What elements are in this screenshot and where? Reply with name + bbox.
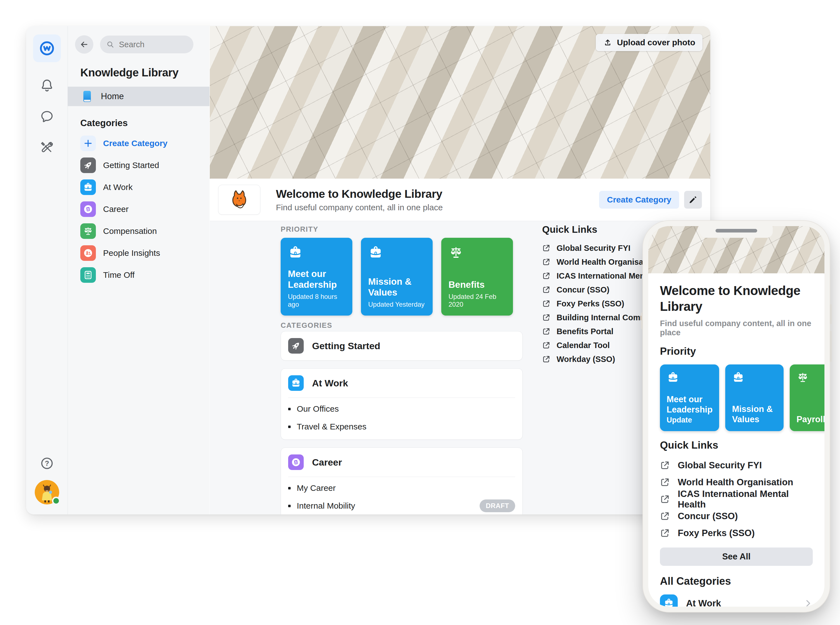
status-badge: DRAFT (480, 499, 515, 512)
phone-card-payroll[interactable]: Payroll (790, 364, 824, 431)
quick-link-label: Global Security FYI (557, 244, 630, 253)
help-icon[interactable] (40, 456, 54, 471)
sidebar-item-career[interactable]: Career (68, 198, 210, 220)
quick-link[interactable]: ICAS International Mental Health (660, 491, 813, 507)
scales-icon (796, 371, 809, 384)
sidebar-item-getting-started[interactable]: Getting Started (68, 154, 210, 176)
phone-card-mission-values[interactable]: Mission & Values (725, 364, 784, 431)
external-link-icon (660, 477, 670, 487)
library-thumbnail (218, 185, 260, 215)
briefcase-icon (288, 245, 303, 260)
external-link-icon (542, 272, 551, 280)
back-button[interactable] (75, 35, 93, 54)
quick-link-label: Calendar Tool (557, 341, 610, 350)
create-category-label: Create Category (103, 138, 168, 148)
main-content: Upload cover photo Welcome to Knowledge … (210, 26, 710, 515)
external-link-icon (542, 299, 551, 308)
card-title: Mission & Values (368, 277, 425, 298)
card-title: Meet our Leadership (288, 269, 345, 290)
online-status-badge (52, 497, 60, 505)
sidebar-item-people-insights[interactable]: People Insights (68, 242, 210, 264)
create-category-button[interactable]: Create Category (68, 132, 210, 154)
priority-section-label: PRIORITY (281, 225, 319, 233)
phone-priority-cards: Meet our Leadership Update Mission & Val… (660, 364, 824, 431)
category-card-header[interactable]: Getting Started (281, 331, 523, 360)
sidebar-item-time-off[interactable]: Time Off (68, 264, 210, 286)
priority-card-benefits[interactable]: Benefits Updated 24 Feb 2020 (441, 238, 513, 316)
phone-body: Welcome to Knowledge Library Find useful… (648, 273, 824, 607)
card-title: Payroll (796, 414, 824, 424)
category-list: Create Category Getting Started At Work … (68, 132, 210, 286)
page-title: Welcome to Knowledge Library (276, 188, 443, 201)
quick-link[interactable]: World Health Organisation (660, 474, 813, 491)
book-icon (80, 90, 93, 103)
item-label: Internal Mobility (297, 501, 355, 511)
external-link-icon (660, 460, 670, 470)
category-card-title: Getting Started (312, 340, 380, 351)
upload-cover-photo-label: Upload cover photo (617, 38, 695, 47)
quick-link-label: Workday (SSO) (557, 355, 615, 364)
avatar[interactable] (35, 480, 59, 504)
left-nav-rail (26, 26, 68, 515)
career-badge-icon (80, 201, 96, 217)
bullet (288, 408, 291, 410)
category-card-items: Our Offices Travel & Expenses (288, 398, 515, 440)
desktop-app-window: Knowledge Library Home Categories Create… (26, 26, 710, 515)
phone-all-categories-label: All Categories (660, 575, 813, 587)
priority-card-mission-values[interactable]: Mission & Values Updated Yesterday (361, 238, 432, 316)
phone-card-meet-our-leadership[interactable]: Meet our Leadership Update (660, 364, 719, 431)
list-item[interactable]: My Career (288, 479, 515, 497)
panel-title: Knowledge Library (80, 66, 210, 79)
card-title: Mission & Values (732, 404, 777, 424)
admin-tools-icon[interactable] (40, 141, 54, 155)
quick-link[interactable]: Concur (SSO) (660, 507, 813, 524)
external-link-icon (542, 313, 551, 322)
phone-page-subtitle: Find useful company content, all in one … (660, 319, 813, 337)
briefcase-icon (80, 179, 96, 195)
quick-link[interactable]: Foxy Perks (SSO) (660, 524, 813, 541)
sidebar-item-compensation[interactable]: Compensation (68, 220, 210, 242)
phone-category-row-at-work[interactable]: At Work (660, 594, 813, 607)
chevron-right-icon (803, 599, 813, 607)
external-link-icon (542, 244, 551, 252)
category-label: Getting Started (103, 160, 159, 170)
briefcase-icon (667, 371, 680, 384)
header-actions: Create Category (599, 191, 702, 208)
category-label: At Work (103, 182, 132, 192)
chat-icon[interactable] (40, 109, 54, 124)
quick-link-label: ICAS International Mental Health (678, 488, 813, 510)
list-item[interactable]: Our Offices (288, 400, 515, 418)
categories-section-label: CATEGORIES (281, 321, 332, 330)
sidebar-item-home[interactable]: Home (68, 87, 210, 106)
priority-cards: Meet our Leadership Updated 8 hours ago … (281, 238, 513, 316)
workplace-logo-button[interactable] (33, 34, 61, 62)
search-field[interactable] (100, 36, 193, 53)
external-link-icon (660, 511, 670, 521)
workplace-logo-icon (38, 40, 56, 57)
phone-mockup: Welcome to Knowledge Library Find useful… (642, 220, 830, 613)
category-label: At Work (686, 598, 721, 607)
upload-cover-photo-button[interactable]: Upload cover photo (596, 34, 702, 51)
create-category-button-header[interactable]: Create Category (599, 191, 679, 208)
list-item[interactable]: Travel & Expenses (288, 418, 515, 435)
search-input[interactable] (118, 40, 187, 50)
panel-top-bar (68, 26, 210, 54)
edit-button[interactable] (684, 191, 702, 208)
phone-side-button (830, 331, 832, 362)
rocket-icon (80, 157, 96, 173)
notifications-bell-icon[interactable] (40, 78, 54, 93)
quick-link-label: Foxy Perks (SSO) (557, 299, 624, 308)
pencil-icon (689, 195, 697, 204)
quick-link[interactable]: Global Security FYI (660, 457, 813, 474)
sidebar-item-at-work[interactable]: At Work (68, 176, 210, 198)
external-link-icon (542, 355, 551, 363)
fox-logo-icon (227, 188, 251, 211)
calculator-icon (80, 267, 96, 283)
category-card-items: My Career Internal Mobility DRAFT Global… (288, 477, 515, 515)
category-card-header[interactable]: Career (281, 448, 523, 477)
see-all-button[interactable]: See All (660, 547, 813, 566)
phone-quick-links-list: Global Security FYI World Health Organis… (660, 457, 813, 541)
list-item[interactable]: Internal Mobility DRAFT (288, 497, 515, 515)
category-card-header[interactable]: At Work (281, 368, 523, 398)
priority-card-meet-our-leadership[interactable]: Meet our Leadership Updated 8 hours ago (281, 238, 352, 316)
